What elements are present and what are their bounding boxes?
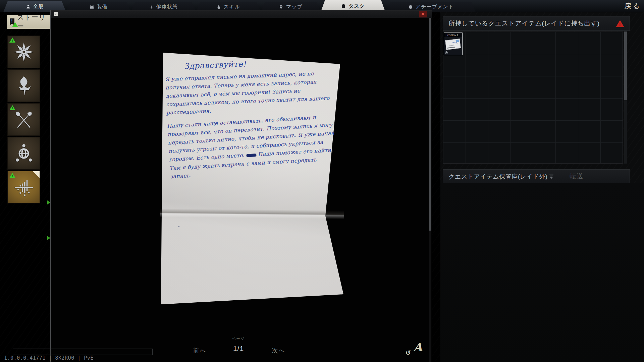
map-pin-icon xyxy=(279,5,283,9)
letter-viewer-window: ✕ Здравствуйте! Я уже отправлял письмо н… xyxy=(50,10,432,362)
stash-empty-area xyxy=(440,183,644,362)
document-icon xyxy=(53,12,58,16)
cycle-arrow-icon: ↺ xyxy=(406,349,411,357)
back-button[interactable]: 戻る xyxy=(597,1,641,11)
letter-paragraph-2: Пашу стали чаще останавливать, его обыск… xyxy=(167,112,338,181)
tab-label: タスク xyxy=(348,3,365,9)
grid-scrollbar[interactable] xyxy=(624,32,627,164)
quest-item-stash-header: クエストアイテム保管庫(レイド外) xyxy=(443,169,630,184)
grid-scrollbar-thumb[interactable] xyxy=(624,32,627,100)
tab-label: 健康状態 xyxy=(156,4,178,10)
letter-scrollbar-thumb[interactable] xyxy=(429,18,431,231)
quest-reward-arrow-icon xyxy=(47,200,50,204)
move-to-stash-icon[interactable] xyxy=(548,173,554,179)
person-icon xyxy=(26,4,31,9)
scribbled-out-word xyxy=(246,153,256,157)
quest-item-name: Kozlov L. xyxy=(444,33,462,37)
quest-item-grid: Kozlov L. xyxy=(443,32,623,164)
transfer-button[interactable]: 転送 xyxy=(570,169,584,183)
letter-scrollbar[interactable] xyxy=(429,18,431,362)
alert-red-icon: ! xyxy=(616,20,624,27)
flame-icon xyxy=(13,75,34,96)
stash-header-label: クエストアイテム保管庫(レイド外) xyxy=(448,173,547,180)
compass-rose-icon xyxy=(13,42,34,62)
quest-reward-arrow-icon xyxy=(47,236,50,240)
letter-text: Здравствуйте! Я уже отправлял письмо на … xyxy=(164,56,336,181)
trader-compass-rose[interactable]: ! xyxy=(7,36,40,68)
crossed-axes-icon xyxy=(13,109,34,130)
tab-label: 全般 xyxy=(33,3,44,10)
trader-crossed-axes[interactable]: ! xyxy=(7,103,40,136)
page-label: ページ xyxy=(226,336,251,341)
close-button[interactable]: ✕ xyxy=(419,11,427,17)
story-bookmark-icon: ! xyxy=(10,18,14,25)
prev-page-button[interactable]: 前へ xyxy=(185,346,215,356)
quest-item-kozlov-letter[interactable]: Kozlov L. xyxy=(444,33,463,55)
sound-wave-icon xyxy=(13,177,34,198)
next-page-button[interactable]: 次へ xyxy=(264,346,294,356)
pen-mark xyxy=(178,226,179,227)
examined-circle-icon xyxy=(445,51,448,54)
story-tab-label: ストーリー xyxy=(17,15,51,29)
letter-a-icon: A xyxy=(414,341,422,354)
trader-flame[interactable] xyxy=(7,69,40,102)
skill-drop-icon xyxy=(216,5,221,9)
alert-green-icon: ! xyxy=(9,105,15,110)
quest-category-tab-story[interactable]: ! ! ストーリー xyxy=(7,15,51,29)
letter-paragraph-1: Я уже отправлял письмо на домашний адрес… xyxy=(165,69,334,118)
letter-photo-area: Здравствуйте! Я уже отправлял письмо на … xyxy=(51,18,432,362)
vest-icon xyxy=(90,5,94,9)
trader-globe-network[interactable] xyxy=(7,137,40,170)
tab-label: マップ xyxy=(286,4,303,10)
trader-sound-wave[interactable]: ! xyxy=(7,171,40,203)
game-background: 全般 装備 健康状態 スキル マップ タスク アチーブメント 戻る ! ! xyxy=(0,0,644,362)
health-icon xyxy=(149,5,154,9)
tab-label: スキル xyxy=(224,4,240,10)
quest-items-panel: 所持しているクエストアイテム(レイドに持ち出す) ! Kozlov L. クエス… xyxy=(440,12,644,362)
globe-network-icon xyxy=(13,143,34,164)
letter-thumbnail-icon xyxy=(445,38,462,51)
page-indicator: 1/1 xyxy=(227,345,250,353)
footer-panel-outline xyxy=(13,349,153,355)
tab-label: 装備 xyxy=(97,4,108,10)
carried-quest-items-header: 所持しているクエストアイテム(レイドに持ち出す) ! xyxy=(443,16,630,31)
translate-toggle-button[interactable]: ↺ A xyxy=(404,341,425,358)
version-string: 1.0.0.0.41771 | 8K2RQ0 | PvE xyxy=(4,355,94,361)
tab-label: アチーブメント xyxy=(416,4,454,10)
alert-green-icon: ! xyxy=(9,38,15,43)
shield-icon xyxy=(408,5,413,9)
carried-header-label: 所持しているクエストアイテム(レイドに持ち出す) xyxy=(448,20,600,27)
alert-green-icon: ! xyxy=(9,173,15,178)
letter-window-titlebar: ✕ xyxy=(51,10,432,18)
clipboard-icon xyxy=(341,4,346,8)
